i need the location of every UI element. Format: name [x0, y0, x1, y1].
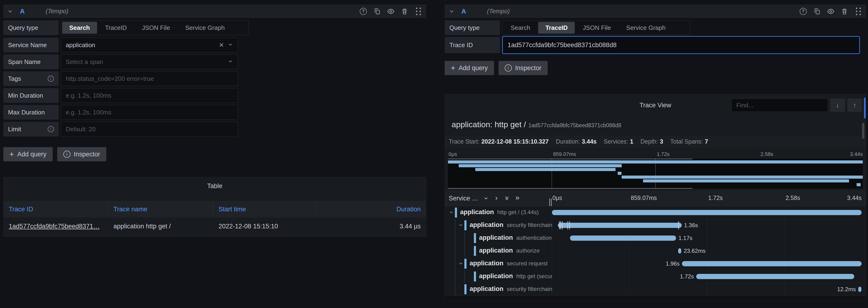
inspector-button[interactable]: i Inspector [499, 61, 548, 75]
span-timeline-cell[interactable]: 1.17s [552, 232, 862, 244]
find-input[interactable] [736, 102, 823, 109]
span-timeline-cell[interactable]: 1.72s [552, 270, 862, 283]
query-type-row-right: Query type SearchTraceIDJSON FileService… [445, 21, 690, 35]
span-bar[interactable] [558, 223, 682, 228]
span-service-name: applicationsecurity filterchain [470, 221, 552, 229]
span-bar[interactable] [678, 248, 681, 253]
add-query-button[interactable]: + Add query [445, 61, 494, 75]
summary-item: Total Spans:7 [670, 138, 708, 145]
span-operation-name: http get (secured) [516, 273, 552, 279]
span-row[interactable]: applicationauthentication1.17s [445, 232, 866, 244]
minimap-scrubber[interactable] [448, 188, 692, 189]
explore-page: A (Tempo) ? Query type SearchTraceIDJSON… [0, 0, 868, 308]
trace-minimap[interactable]: 0μs859.07ms1.72s2.58s3.44s [448, 151, 863, 190]
minimap-canvas[interactable] [448, 159, 863, 189]
tab-search[interactable]: Search [62, 22, 97, 34]
min-duration-input[interactable] [66, 92, 233, 99]
span-bar[interactable] [858, 287, 861, 292]
column-header-trace-id[interactable]: Trace ID [4, 201, 108, 217]
column-header-duration[interactable]: Duration [317, 201, 426, 217]
minimap-span-bar [857, 183, 861, 186]
span-row[interactable]: applicationauthorize23.62ms [445, 244, 866, 257]
span-bar[interactable] [682, 261, 862, 266]
span-expander-icon[interactable] [458, 261, 463, 266]
column-header-start-time[interactable]: Start time [213, 201, 317, 217]
trash-icon[interactable] [840, 7, 848, 15]
service-name-select[interactable]: application✕ [61, 38, 238, 53]
collapse-chevron-icon[interactable] [448, 8, 455, 14]
tab-service-graph[interactable]: Service Graph [619, 22, 673, 34]
query-type-tabs: SearchTraceIDJSON FileService Graph [502, 21, 690, 35]
collapse-one-icon[interactable] [483, 196, 489, 201]
minimap-scrubber[interactable] [448, 159, 692, 159]
span-name-select[interactable]: Select a span [61, 55, 238, 69]
span-expander-icon[interactable] [458, 223, 463, 228]
span-row[interactable]: applicationhttp get (secured)1.72s [445, 270, 866, 283]
span-timeline-cell[interactable]: 12.2ms [552, 283, 862, 296]
trace-id-input[interactable] [507, 41, 855, 49]
help-icon[interactable]: ? [359, 7, 367, 15]
chevron-down-icon[interactable] [228, 41, 233, 49]
trace-id-label: Trace ID [445, 37, 500, 53]
field-row-tags: Tagsi [3, 71, 238, 86]
span-timeline-cell[interactable] [552, 206, 862, 219]
info-icon[interactable]: i [48, 126, 54, 132]
span-timeline-cell[interactable]: 1.36s [552, 219, 862, 232]
trace-panel-footer [445, 296, 866, 301]
add-query-button[interactable]: + Add query [3, 147, 53, 161]
tab-json-file[interactable]: JSON File [135, 22, 177, 34]
span-timeline-cell[interactable]: 23.62ms [552, 244, 862, 257]
span-name-cell: applicationsecurity filterchain [445, 283, 552, 296]
table-row[interactable]: 1ad577ccfda9bfc75beed8371…application ht… [4, 217, 426, 235]
eye-icon[interactable] [387, 7, 395, 15]
timeline-ticks: 0μs859.07ms1.72s2.58s3.44s [552, 191, 862, 206]
span-bar[interactable] [570, 236, 676, 241]
tab-json-file[interactable]: JSON File [576, 22, 618, 34]
span-timeline-cell[interactable]: 1.96s [552, 257, 862, 270]
field-label: Limit [8, 126, 21, 133]
span-row[interactable]: applicationsecurity filterchain12.2ms [445, 283, 866, 296]
span-color-flag [455, 208, 457, 217]
trace-id-link[interactable]: 1ad577ccfda9bfc75beed8371… [9, 223, 100, 230]
info-icon[interactable]: i [48, 76, 54, 82]
find-next-button[interactable]: ↑ [847, 99, 862, 112]
trace-scrollbar-thumb[interactable] [862, 123, 864, 139]
tab-search[interactable]: Search [503, 22, 537, 34]
tab-traceid[interactable]: TraceID [538, 22, 575, 34]
span-operation-name: authentication [516, 235, 552, 241]
span-expander-icon[interactable] [449, 210, 454, 215]
tab-traceid[interactable]: TraceID [98, 22, 134, 34]
find-prev-button[interactable]: ↓ [830, 99, 845, 112]
axis-tick: 859.07ms [631, 195, 657, 201]
collapse-all-icon[interactable] [504, 196, 510, 201]
collapse-chevron-icon[interactable] [7, 8, 13, 14]
table-panel: Table Trace IDTrace nameStart timeDurati… [3, 177, 426, 237]
span-bar[interactable] [696, 274, 854, 279]
eye-icon[interactable] [827, 7, 835, 15]
drag-handle-icon[interactable] [854, 7, 862, 15]
span-bar[interactable] [552, 210, 862, 215]
trash-icon[interactable] [401, 7, 409, 15]
help-icon[interactable]: ? [799, 7, 807, 15]
clear-icon[interactable]: ✕ [219, 41, 224, 49]
tab-service-graph[interactable]: Service Graph [178, 22, 232, 34]
expand-all-icon[interactable] [515, 196, 520, 201]
copy-icon[interactable] [813, 7, 821, 15]
span-row[interactable]: applicationsecurity filterchain1.36s [445, 219, 866, 232]
query-type-row-left: Query type SearchTraceIDJSON FileService… [3, 21, 249, 35]
span-row[interactable]: applicationhttp get / (3.44s) [445, 206, 866, 219]
expand-one-icon[interactable] [494, 196, 499, 201]
inspector-button[interactable]: i Inspector [57, 147, 106, 161]
max-duration-input[interactable] [66, 109, 233, 116]
copy-icon[interactable] [373, 7, 381, 15]
datasource-label: (Tempo) [487, 8, 510, 15]
span-row[interactable]: applicationsecured request1.96s [445, 257, 866, 270]
span-duration-label: 12.2ms [837, 286, 856, 293]
tags-input[interactable] [66, 75, 233, 82]
limit-input[interactable] [66, 126, 233, 133]
column-header-trace-name[interactable]: Trace name [108, 201, 213, 217]
group-scrollbar-thumb[interactable] [864, 98, 866, 118]
span-name-cell: applicationsecurity filterchain [445, 219, 552, 232]
chevron-down-icon[interactable] [228, 58, 233, 66]
drag-handle-icon[interactable] [414, 7, 422, 15]
